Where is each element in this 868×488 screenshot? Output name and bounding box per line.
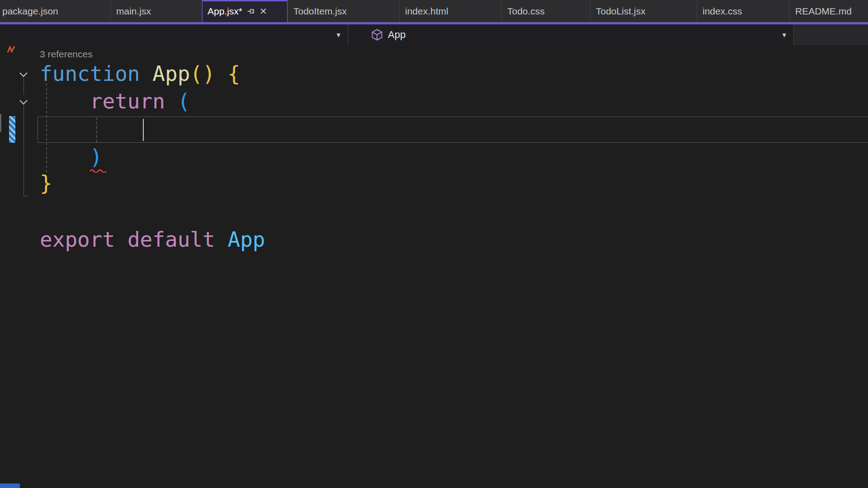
tab-index-html[interactable]: index.html xyxy=(400,0,502,22)
fold-scope-line xyxy=(24,78,24,95)
member-dropdown[interactable] xyxy=(794,24,868,45)
tab-label: README.md xyxy=(795,6,852,17)
indent xyxy=(40,145,90,169)
editor-tab-bar: package.json main.jsx App.jsx* ✕ TodoIte… xyxy=(0,0,868,22)
identifier-app: App xyxy=(227,227,265,252)
tab-label: App.jsx* xyxy=(208,6,242,17)
navigation-bar: ▾ App ▾ xyxy=(0,24,868,45)
project-dropdown[interactable]: ▾ xyxy=(0,24,348,45)
code-line-return[interactable]: return ( xyxy=(40,88,190,115)
tab-app-jsx-active[interactable]: App.jsx* ✕ xyxy=(202,0,288,22)
space xyxy=(215,227,228,252)
space xyxy=(140,61,153,86)
chevron-down-icon: ▾ xyxy=(336,30,340,40)
tab-index-css[interactable]: index.css xyxy=(697,0,790,22)
tab-todoitem-jsx[interactable]: TodoItem.jsx xyxy=(288,0,400,22)
error-squiggle xyxy=(90,166,106,174)
code-line-function-app[interactable]: function App() { xyxy=(40,60,240,88)
margin-marker xyxy=(0,114,1,132)
scope-label: App xyxy=(388,29,406,41)
keyword-function: function xyxy=(40,61,140,86)
indent xyxy=(40,89,90,113)
close-brace: } xyxy=(40,171,52,195)
pin-icon[interactable] xyxy=(247,7,255,15)
editor-gutter[interactable] xyxy=(0,45,39,483)
tab-label: Todo.css xyxy=(507,6,545,17)
code-line-export[interactable]: export default App xyxy=(40,226,265,253)
open-brace: { xyxy=(227,61,240,86)
close-paren: ) xyxy=(90,145,103,169)
code-editor[interactable]: 3 references function App() { return ( )… xyxy=(0,45,868,483)
space xyxy=(115,227,127,252)
tab-main-jsx[interactable]: main.jsx xyxy=(111,0,202,22)
close-icon[interactable]: ✕ xyxy=(259,7,267,16)
edit-marker-icon xyxy=(7,45,16,56)
code-line-close-brace[interactable]: } xyxy=(40,169,52,197)
current-line-highlight xyxy=(38,117,868,143)
fold-scope-end xyxy=(24,196,28,196)
cube-icon xyxy=(372,29,382,41)
text-cursor xyxy=(143,119,144,141)
space xyxy=(215,61,228,86)
codelens-references[interactable]: 3 references xyxy=(40,48,93,61)
paren-pair: () xyxy=(190,61,215,86)
keyword-return: return xyxy=(90,89,165,113)
status-bar-corner xyxy=(0,483,20,488)
tab-label: main.jsx xyxy=(116,6,151,17)
space xyxy=(165,89,178,113)
tab-readme-md[interactable]: README.md xyxy=(790,0,868,22)
type-dropdown[interactable]: App ▾ xyxy=(348,24,793,45)
tab-todolist-jsx[interactable]: TodoList.jsx xyxy=(590,0,697,22)
tab-label: index.css xyxy=(703,6,742,17)
tab-label: package.json xyxy=(2,6,58,17)
tab-package-json[interactable]: package.json xyxy=(0,0,111,22)
open-paren: ( xyxy=(178,89,190,113)
keyword-export: export xyxy=(40,227,115,252)
tab-label: TodoItem.jsx xyxy=(293,6,347,17)
tab-todo-css[interactable]: Todo.css xyxy=(502,0,590,22)
chevron-down-icon: ▾ xyxy=(782,30,786,40)
editor-window: package.json main.jsx App.jsx* ✕ TodoIte… xyxy=(0,0,868,488)
fold-scope-line xyxy=(24,105,24,196)
change-tracking-bar xyxy=(9,116,15,143)
tab-label: TodoList.jsx xyxy=(596,6,646,17)
indent-guide xyxy=(96,117,97,142)
tab-label: index.html xyxy=(405,6,448,17)
keyword-default: default xyxy=(127,227,215,252)
function-name: App xyxy=(152,61,190,86)
